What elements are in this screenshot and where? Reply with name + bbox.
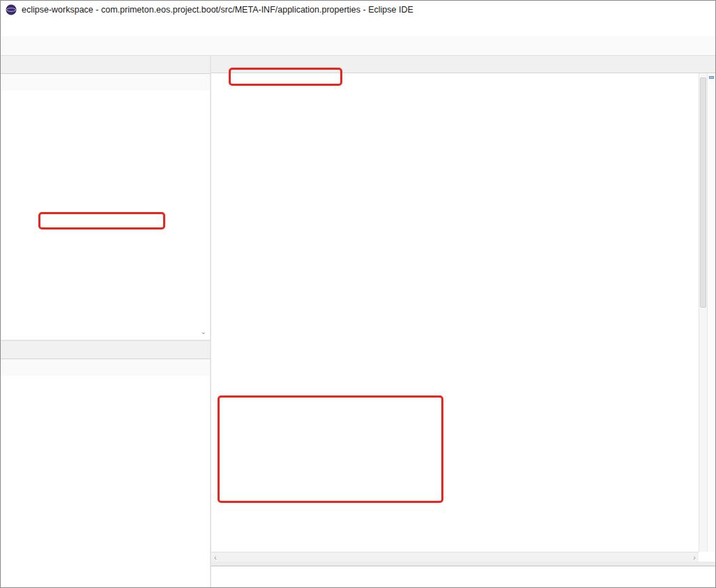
project-explorer-tabbar (1, 56, 210, 74)
scroll-left-arrow[interactable] (214, 553, 217, 561)
horizontal-splitter[interactable] (1, 340, 210, 341)
datasource-tabbar (1, 341, 210, 359)
overview-marker (709, 76, 714, 79)
editor-text-area[interactable] (211, 73, 699, 552)
editor-tabbar (211, 56, 715, 73)
eclipse-logo-icon (6, 4, 17, 15)
menu-bar (1, 19, 715, 36)
tree-scrollbar-down-arrow[interactable]: ⌄ (201, 328, 206, 336)
editor-area (211, 56, 715, 587)
title-bar: eclipse-workspace - com.primeton.eos.pro… (1, 1, 715, 19)
console-tabbar (211, 566, 715, 587)
project-explorer-tree (1, 91, 210, 340)
overview-ruler[interactable] (707, 73, 715, 552)
scroll-right-arrow[interactable] (693, 553, 696, 561)
datasource-explorer-panel (1, 341, 210, 588)
editor-vertical-scrollbar[interactable] (699, 73, 707, 552)
scrollbar-thumb[interactable] (700, 77, 706, 308)
eclipse-ide-window: eclipse-workspace - com.primeton.eos.pro… (0, 0, 716, 588)
window-title: eclipse-workspace - com.primeton.eos.pro… (22, 5, 413, 15)
datasource-toolbar (1, 359, 210, 376)
editor-horizontal-scrollbar[interactable] (211, 552, 699, 561)
project-explorer-toolbar (1, 74, 210, 91)
main-toolbar (1, 36, 715, 56)
datasource-tree (1, 377, 210, 588)
project-explorer-panel: ⌄ (1, 56, 210, 340)
